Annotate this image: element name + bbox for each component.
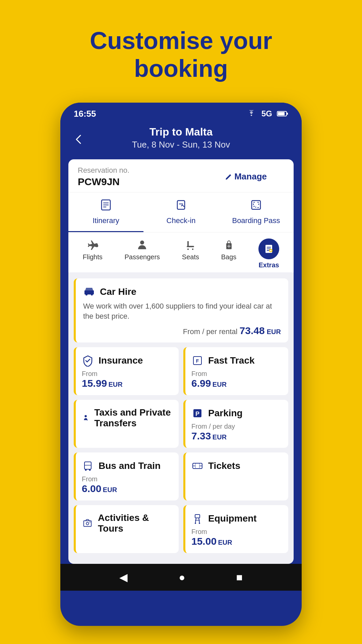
boarding-icon [250, 199, 262, 214]
extras-active-bg [258, 238, 279, 259]
checkin-icon [175, 199, 187, 214]
status-bar: 16:55 5G [60, 103, 302, 122]
bottom-nav: Flights Passengers Seats [68, 232, 294, 272]
nav-item-passengers[interactable]: Passengers [125, 238, 160, 269]
car-hire-price: From / per rental 73.48 EUR [83, 325, 281, 336]
bus-icon [82, 460, 94, 472]
equipment-from: From [191, 528, 282, 536]
system-recents-button[interactable]: ■ [236, 571, 243, 584]
itinerary-label: Itinerary [93, 216, 119, 225]
tickets-card[interactable]: Tickets [183, 452, 288, 500]
equipment-price: 15.00 [191, 536, 217, 547]
flights-label: Flights [83, 253, 103, 261]
parking-name: Parking [208, 408, 243, 419]
svg-rect-7 [177, 201, 185, 209]
insurance-icon [82, 355, 94, 367]
nav-item-extras[interactable]: Extras [258, 238, 279, 269]
bus-train-name: Bus and Train [99, 461, 161, 471]
bus-currency: EUR [103, 486, 117, 493]
itinerary-icon [100, 199, 112, 214]
trip-dates: Tue, 8 Nov - Sun, 13 Nov [74, 140, 288, 150]
extras-icon [262, 243, 275, 255]
tab-checkin[interactable]: Check-in [143, 193, 219, 232]
reservation-card: Reservation no. PCW9JN Manage [68, 159, 294, 192]
svg-point-30 [85, 293, 87, 296]
svg-point-58 [195, 523, 196, 524]
fast-track-card[interactable]: F Fast Track From 6.99 EUR [183, 347, 288, 395]
battery-icon [277, 110, 288, 117]
svg-point-42 [85, 469, 87, 471]
nav-item-seats[interactable]: Seats [182, 238, 199, 269]
svg-rect-1 [278, 112, 285, 115]
trip-title: Trip to Malta [74, 126, 288, 138]
taxis-icon [82, 412, 89, 424]
equipment-card[interactable]: Equipment From 15.00 EUR [183, 505, 288, 553]
tab-boarding[interactable]: Boarding Pass [219, 193, 294, 232]
svg-text:F: F [196, 358, 199, 364]
taxis-card[interactable]: Taxis and Private Transfers [74, 400, 179, 448]
seats-icon [184, 238, 197, 251]
system-nav-bar: ◀ ● ■ [60, 564, 302, 591]
svg-point-36 [84, 415, 86, 417]
wifi-icon [246, 110, 257, 117]
svg-rect-18 [187, 249, 189, 250]
bags-label: Bags [221, 253, 237, 261]
svg-point-31 [91, 293, 93, 296]
row-activities-equipment: Activities & Tours Equipment From [74, 505, 288, 553]
signal-label: 5G [261, 109, 272, 118]
bus-price: 6.00 [82, 483, 101, 494]
activities-icon [82, 517, 93, 529]
tickets-icon [191, 460, 203, 472]
car-hire-desc: We work with over 1,600 suppliers to fin… [83, 301, 281, 322]
manage-button[interactable]: Manage [225, 171, 267, 182]
system-home-button[interactable]: ● [179, 571, 185, 584]
equipment-icon [191, 513, 203, 525]
fast-track-from: From [191, 370, 282, 378]
car-hire-card[interactable]: Car Hire We work with over 1,600 supplie… [74, 278, 288, 343]
booking-tabs: Itinerary Check-in [68, 192, 294, 232]
svg-point-59 [199, 523, 200, 524]
taxis-name: Taxis and Private Transfers [94, 407, 173, 429]
passengers-label: Passengers [125, 253, 160, 261]
car-hire-icon [83, 286, 95, 298]
parking-icon: P [191, 407, 203, 419]
system-back-button[interactable]: ◀ [119, 571, 128, 584]
svg-rect-54 [195, 515, 200, 518]
reservation-label: Reservation no. [78, 166, 129, 175]
svg-point-53 [89, 522, 90, 523]
fast-track-currency: EUR [213, 381, 227, 388]
svg-rect-19 [192, 249, 193, 250]
insurance-card[interactable]: Insurance From 15.99 EUR [74, 347, 179, 395]
activities-card[interactable]: Activities & Tours [74, 505, 179, 553]
nav-item-bags[interactable]: Bags [221, 238, 237, 269]
svg-rect-40 [84, 462, 91, 469]
bus-from: From [82, 475, 173, 483]
bus-train-card[interactable]: Bus and Train From 6.00 EUR [74, 452, 179, 500]
insurance-from: From [82, 370, 173, 378]
svg-point-43 [89, 469, 91, 471]
svg-rect-17 [187, 246, 194, 247]
boarding-label: Boarding Pass [232, 216, 280, 225]
parking-price: 7.33 [191, 430, 211, 441]
bags-icon [223, 238, 235, 251]
svg-rect-9 [252, 201, 260, 209]
phone-frame: 16:55 5G Trip to Malta Tue, 8 [60, 103, 302, 626]
svg-rect-2 [287, 113, 288, 115]
car-hire-name: Car Hire [100, 286, 136, 297]
svg-point-16 [140, 240, 144, 245]
app-header: Trip to Malta Tue, 8 Nov - Sun, 13 Nov [60, 122, 302, 159]
status-time: 16:55 [74, 109, 96, 119]
seats-label: Seats [182, 253, 199, 261]
tab-itinerary[interactable]: Itinerary [68, 193, 143, 232]
flights-icon [86, 238, 99, 251]
activities-name: Activities & Tours [98, 513, 173, 534]
row-bus-tickets: Bus and Train From 6.00 EUR Tickets [74, 452, 288, 500]
tickets-name: Tickets [208, 461, 240, 471]
parking-card[interactable]: P Parking From / per day 7.33 EUR [183, 400, 288, 448]
svg-text:P: P [195, 411, 199, 417]
passengers-icon [136, 238, 148, 251]
nav-item-flights[interactable]: Flights [83, 238, 103, 269]
status-icons: 5G [246, 109, 288, 118]
equipment-name: Equipment [208, 513, 257, 524]
insurance-price: 15.99 [82, 378, 107, 389]
